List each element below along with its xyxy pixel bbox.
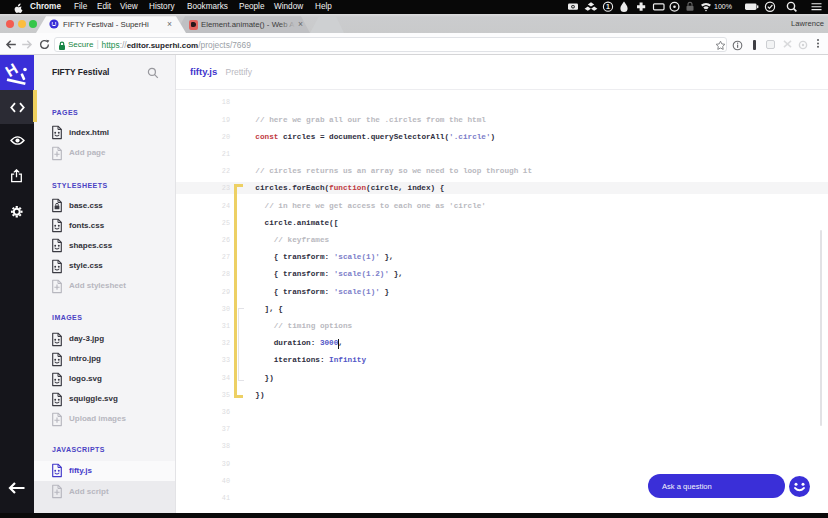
svg-text:1: 1: [606, 3, 610, 10]
svg-text:H: H: [2, 60, 20, 80]
